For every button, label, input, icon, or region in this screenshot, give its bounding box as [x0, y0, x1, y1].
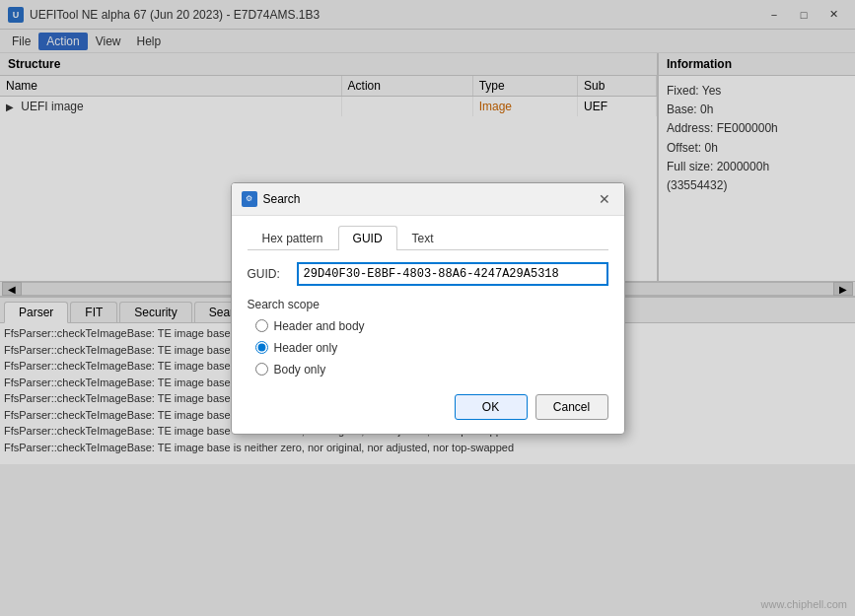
radio-input-header-and-body[interactable] — [255, 319, 268, 332]
dialog-body: Hex pattern GUID Text GUID: Search scope… — [232, 216, 624, 434]
cancel-button[interactable]: Cancel — [535, 394, 608, 420]
dialog-buttons: OK Cancel — [248, 390, 608, 420]
radio-header-only[interactable]: Header only — [255, 341, 608, 355]
radio-input-body-only[interactable] — [255, 363, 268, 376]
modal-overlay: ⚙ Search ✕ Hex pattern GUID Text GUID: S… — [0, 0, 855, 616]
guid-field-row: GUID: — [248, 262, 608, 286]
tab-hex-pattern[interactable]: Hex pattern — [248, 226, 338, 250]
guid-input[interactable] — [297, 262, 608, 286]
radio-body-only[interactable]: Body only — [255, 363, 608, 376]
scope-label: Search scope — [248, 298, 608, 311]
search-dialog: ⚙ Search ✕ Hex pattern GUID Text GUID: S… — [231, 182, 625, 435]
radio-input-header-only[interactable] — [255, 341, 268, 354]
tab-text[interactable]: Text — [397, 226, 449, 250]
dialog-icon: ⚙ — [242, 191, 257, 207]
dialog-close-button[interactable]: ✕ — [595, 189, 614, 209]
dialog-title: Search — [263, 192, 595, 206]
radio-group: Header and body Header only Body only — [248, 319, 608, 376]
guid-label: GUID: — [248, 267, 289, 281]
dialog-title-bar: ⚙ Search ✕ — [232, 183, 624, 216]
radio-header-and-body[interactable]: Header and body — [255, 319, 608, 333]
ok-button[interactable]: OK — [455, 394, 528, 420]
dialog-tabs: Hex pattern GUID Text — [248, 226, 608, 250]
tab-guid[interactable]: GUID — [338, 226, 397, 250]
